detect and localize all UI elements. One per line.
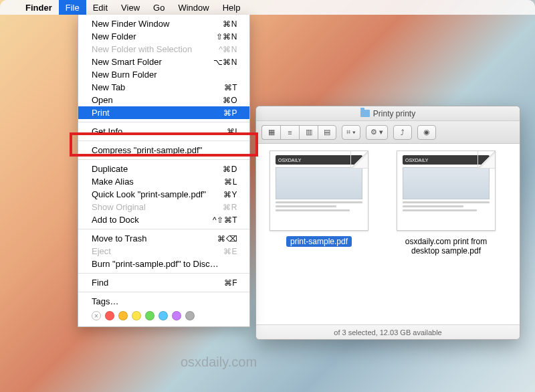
menu-item-shortcut: ⌘⌫ [217, 234, 237, 243]
menu-edit[interactable]: Edit [86, 0, 114, 15]
menu-item-shortcut: ⌥⌘N [213, 58, 237, 67]
tags-color-row: × [78, 308, 249, 324]
menu-item-shortcut: ⌘Y [223, 190, 237, 199]
tag-color-dot[interactable] [158, 311, 168, 320]
menu-item-label: Burn "print-sample.pdf" to Disc… [92, 259, 237, 269]
tag-color-dot[interactable] [132, 311, 141, 320]
file-thumbnail: OSXDAILY [397, 151, 496, 231]
menu-item-label: New Folder with Selection [92, 44, 219, 54]
finder-status-bar: of 3 selected, 12.03 GB available [256, 324, 520, 339]
menu-item-label: Open [92, 95, 223, 105]
menu-item-show-original: Show Original⌘R [78, 201, 249, 213]
menu-item-label: New Burn Folder [92, 70, 237, 80]
menu-item-shortcut: ^⇧⌘T [213, 215, 237, 225]
menu-item-make-alias[interactable]: Make Alias⌘L [78, 175, 249, 188]
menu-item-shortcut: ⌘R [223, 203, 237, 212]
menu-item-find[interactable]: Find⌘F [78, 276, 249, 289]
menu-file[interactable]: File [59, 0, 86, 15]
view-list-mode-icon[interactable]: ≡ [280, 125, 299, 140]
menu-item-label: New Tab [92, 82, 224, 92]
file-label: print-sample.pdf [286, 236, 352, 247]
finder-toolbar: ▦ ≡ ▥ ▤ ⌗ ▾ ⚙ ▾ ⤴ ◉ [256, 121, 520, 144]
menu-item-shortcut: ⇧⌘N [216, 32, 237, 41]
finder-window: Printy printy ▦ ≡ ▥ ▤ ⌗ ▾ ⚙ ▾ ⤴ ◉ OSXDAI… [255, 106, 520, 340]
menu-item-label: Quick Look "print-sample.pdf" [92, 189, 223, 199]
menu-item-open[interactable]: Open⌘O [78, 94, 249, 106]
menu-item-label: Duplicate [92, 164, 223, 174]
menu-item-move-to-trash[interactable]: Move to Trash⌘⌫ [78, 232, 249, 245]
file-thumbnail: OSXDAILY [270, 151, 368, 231]
finder-content: OSXDAILYprint-sample.pdfOSXDAILYosxdaily… [256, 144, 520, 324]
action-button[interactable]: ⚙ ▾ [366, 125, 388, 140]
tags-button[interactable]: ◉ [417, 125, 436, 140]
menu-help[interactable]: Help [216, 0, 247, 15]
tag-color-dot[interactable] [145, 311, 154, 320]
tag-color-dot[interactable] [118, 311, 128, 320]
tag-color-dot[interactable] [185, 311, 195, 320]
menu-item-burn-print-sample-pdf-to-disc[interactable]: Burn "print-sample.pdf" to Disc… [78, 258, 249, 270]
menu-item-add-to-dock[interactable]: Add to Dock^⇧⌘T [78, 213, 249, 226]
view-mode-segmented[interactable]: ▦ ≡ ▥ ▤ [261, 125, 336, 140]
menu-app-name[interactable]: Finder [19, 0, 59, 15]
menu-item-label: Find [92, 278, 224, 288]
menu-item-print[interactable]: Print⌘P [78, 106, 249, 119]
menu-item-new-tab[interactable]: New Tab⌘T [78, 81, 249, 94]
menu-item-shortcut: ⌘E [223, 247, 237, 256]
view-coverflow-mode-icon[interactable]: ▤ [318, 125, 336, 140]
menu-item-duplicate[interactable]: Duplicate⌘D [78, 163, 249, 175]
watermark-text: osxdaily.com [181, 355, 257, 370]
menu-item-label: New Finder Window [92, 19, 223, 29]
folder-icon [360, 110, 370, 117]
menu-item-shortcut: ^⌘N [219, 45, 237, 54]
annotation-highlight [70, 132, 258, 157]
menu-item-label: Tags… [92, 296, 237, 306]
file-label: osxdaily.com print from desktop sample.p… [389, 236, 503, 256]
menu-item-shortcut: ⌘F [224, 278, 237, 288]
tag-color-dot[interactable] [172, 311, 181, 320]
menu-item-eject: Eject⌘E [78, 245, 249, 258]
menu-item-new-folder-with-selection: New Folder with Selection^⌘N [78, 43, 249, 56]
menu-item-shortcut: ⌘N [223, 19, 237, 29]
menu-item-label: Add to Dock [92, 215, 213, 225]
tag-clear-icon[interactable]: × [92, 311, 101, 320]
menu-bar: Finder File Edit View Go Window Help [0, 0, 535, 15]
file-item[interactable]: OSXDAILYosxdaily.com print from desktop … [387, 151, 505, 324]
menu-item-label: Make Alias [92, 177, 224, 187]
share-button[interactable]: ⤴ [393, 125, 412, 140]
menu-item-tags[interactable]: Tags… [78, 295, 249, 308]
view-icon-mode-icon[interactable]: ▦ [261, 125, 280, 140]
finder-titlebar[interactable]: Printy printy [256, 106, 520, 121]
menu-item-shortcut: ⌘T [224, 83, 237, 92]
arrange-button[interactable]: ⌗ ▾ [342, 125, 360, 140]
file-menu-dropdown: New Finder Window⌘NNew Folder⇧⌘NNew Fold… [78, 15, 250, 327]
menu-item-shortcut: ⌘D [223, 165, 237, 174]
menu-go[interactable]: Go [146, 0, 171, 15]
menu-item-shortcut: ⌘P [223, 108, 237, 118]
finder-title: Printy printy [373, 109, 415, 118]
menu-item-quick-look-print-sample-pdf[interactable]: Quick Look "print-sample.pdf"⌘Y [78, 188, 249, 201]
view-column-mode-icon[interactable]: ▥ [299, 125, 318, 140]
menu-item-label: Move to Trash [92, 233, 217, 243]
menu-item-shortcut: ⌘O [223, 96, 237, 105]
menu-item-new-smart-folder[interactable]: New Smart Folder⌥⌘N [78, 56, 249, 68]
menu-item-new-finder-window[interactable]: New Finder Window⌘N [78, 17, 249, 30]
tag-color-dot[interactable] [105, 311, 114, 320]
menu-view[interactable]: View [114, 0, 146, 15]
menu-item-label: Eject [92, 246, 223, 256]
menu-item-new-burn-folder[interactable]: New Burn Folder [78, 68, 249, 81]
menu-item-label: New Folder [92, 31, 216, 41]
file-item[interactable]: OSXDAILYprint-sample.pdf [260, 151, 378, 324]
menu-item-label: Show Original [92, 202, 223, 212]
menu-item-shortcut: ⌘L [224, 177, 237, 187]
menu-window[interactable]: Window [171, 0, 215, 15]
menu-item-label: New Smart Folder [92, 57, 213, 67]
menu-item-new-folder[interactable]: New Folder⇧⌘N [78, 30, 249, 43]
menu-item-label: Print [92, 108, 223, 118]
